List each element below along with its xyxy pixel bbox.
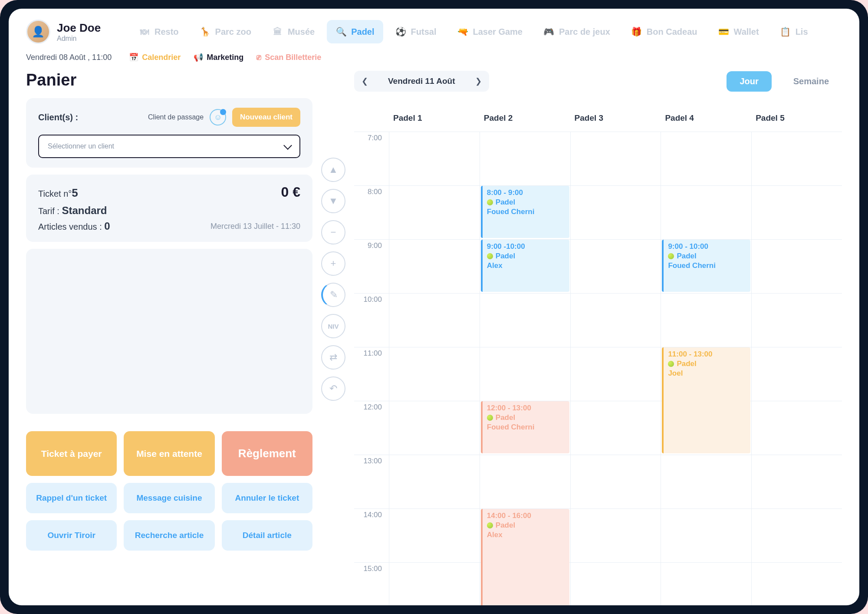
calendar-cell[interactable] — [661, 563, 751, 605]
calendar-event[interactable]: 9:00 - 10:00 Padel Foued Cherni — [662, 240, 750, 292]
nav-tab-gift[interactable]: 🎁Bon Cadeau — [622, 20, 706, 43]
nav-tab-laser[interactable]: 🔫Laser Game — [448, 20, 531, 43]
calendar-cell[interactable]: 14:00 - 16:00 Padel Alex — [480, 509, 570, 562]
calendar-cell[interactable] — [389, 347, 480, 401]
search-article-button[interactable]: Recherche article — [124, 520, 214, 551]
calendar-cell[interactable] — [570, 347, 661, 401]
calendar-cell[interactable]: 12:00 - 13:00 Padel Foued Cherni — [480, 401, 570, 455]
nav-tab-padel[interactable]: 🔍Padel — [327, 20, 383, 43]
week-view-button[interactable]: Semaine — [780, 71, 842, 92]
calendar-cell[interactable] — [570, 132, 661, 185]
calendar-cell[interactable] — [751, 347, 842, 401]
ball-icon — [487, 253, 493, 259]
calendar-cell[interactable] — [661, 509, 751, 562]
calendar-cell[interactable] — [389, 294, 480, 347]
calendar-cell[interactable] — [570, 455, 661, 508]
calendar-cell[interactable] — [480, 347, 570, 401]
payment-button[interactable]: Règlement — [222, 431, 312, 476]
nav-tabs: 🍽Resto🦒Parc zoo🏛Musée🔍Padel⚽Futsal🔫Laser… — [130, 20, 842, 43]
user-avatar[interactable]: 👤 — [26, 20, 50, 44]
calendar-event[interactable]: 14:00 - 16:00 Padel Alex — [481, 509, 569, 605]
plus-button[interactable]: + — [321, 251, 345, 276]
calendar-cell[interactable] — [751, 240, 842, 293]
swap-button[interactable]: ⇄ — [321, 345, 345, 370]
undo-button[interactable]: ↶ — [321, 376, 345, 401]
open-drawer-button[interactable]: Ouvrir Tiroir — [26, 520, 117, 551]
calendar-cell[interactable] — [661, 186, 751, 239]
calendar-cell[interactable]: 11:00 - 13:00 Padel Joel — [661, 347, 751, 401]
nav-tab-list[interactable]: 📋Lis — [771, 20, 817, 43]
nav-tab-wallet[interactable]: 💳Wallet — [710, 20, 768, 43]
calendar-cell[interactable] — [751, 509, 842, 562]
minus-button[interactable]: − — [321, 220, 345, 244]
down-button[interactable]: ▼ — [321, 189, 345, 213]
new-client-button[interactable]: Nouveau client — [232, 108, 300, 127]
subnav-marketing[interactable]: 📢 Marketing — [194, 53, 243, 62]
zoo-icon: 🦒 — [200, 26, 211, 37]
next-day-button[interactable]: ❯ — [468, 71, 489, 92]
current-datetime: Vendredi 08 Août , 11:00 — [26, 53, 112, 62]
calendar-cell[interactable] — [389, 240, 480, 293]
calendar-cell[interactable] — [751, 294, 842, 347]
calendar-cell[interactable]: 8:00 - 9:00 Padel Foued Cherni — [480, 186, 570, 239]
calendar-cell[interactable] — [480, 132, 570, 185]
calendar-cell[interactable] — [570, 240, 661, 293]
calendar-cell[interactable] — [570, 401, 661, 455]
passage-icon[interactable]: ☺ — [210, 109, 226, 125]
edit-button[interactable]: ✎ — [321, 283, 345, 307]
event-time: 9:00 - 10:00 — [668, 242, 746, 251]
calendar-cell[interactable] — [389, 132, 480, 185]
nav-tab-zoo[interactable]: 🦒Parc zoo — [191, 20, 260, 43]
up-button[interactable]: ▲ — [321, 158, 345, 182]
ticket-pay-button[interactable]: Ticket à payer — [26, 431, 117, 476]
detail-article-button[interactable]: Détail article — [222, 520, 312, 551]
prev-day-button[interactable]: ❮ — [354, 71, 375, 92]
calendar-cell[interactable] — [661, 294, 751, 347]
subnav-calendar[interactable]: 📅 Calendrier — [129, 53, 181, 62]
day-view-button[interactable]: Jour — [727, 71, 771, 92]
calendar-cell[interactable] — [751, 401, 842, 455]
calendar-cell[interactable] — [751, 186, 842, 239]
event-person: Foued Cherni — [487, 208, 565, 216]
calendar-cell[interactable] — [570, 186, 661, 239]
recall-ticket-button[interactable]: Rappel d'un ticket — [26, 483, 117, 513]
calendar-event[interactable]: 9:00 -10:00 Padel Alex — [481, 240, 569, 292]
niv-button[interactable]: NIV — [321, 314, 345, 338]
calendar-cell[interactable] — [389, 455, 480, 508]
nav-tab-games[interactable]: 🎮Parc de jeux — [535, 20, 619, 43]
calendar-cell[interactable] — [389, 401, 480, 455]
nav-tab-resto[interactable]: 🍽Resto — [130, 20, 187, 43]
calendar-cell[interactable] — [389, 186, 480, 239]
ball-icon — [487, 415, 493, 421]
calendar-cell[interactable] — [389, 563, 480, 605]
event-sport: Padel — [487, 252, 565, 261]
calendar-date: Vendredi 11 Août — [375, 76, 468, 86]
user-block: 👤 Joe Doe Admin — [26, 20, 122, 44]
calendar-cell[interactable]: 9:00 - 10:00 Padel Foued Cherni — [661, 240, 751, 293]
calendar-cell[interactable] — [570, 294, 661, 347]
calendar-cell[interactable] — [751, 132, 842, 185]
calendar-cell[interactable] — [480, 455, 570, 508]
calendar-event[interactable]: 8:00 - 9:00 Padel Foued Cherni — [481, 186, 569, 238]
nav-tab-futsal[interactable]: ⚽Futsal — [387, 20, 445, 43]
futsal-icon: ⚽ — [395, 26, 407, 37]
nav-tab-museum[interactable]: 🏛Musée — [263, 20, 323, 43]
wallet-icon: 💳 — [718, 26, 730, 37]
calendar-cell[interactable] — [570, 563, 661, 605]
calendar-cell[interactable] — [480, 294, 570, 347]
calendar-cell[interactable] — [661, 132, 751, 185]
calendar-cell[interactable] — [751, 455, 842, 508]
event-person: Foued Cherni — [668, 261, 746, 270]
cancel-ticket-button[interactable]: Annuler le ticket — [222, 483, 312, 513]
calendar-cell[interactable] — [570, 509, 661, 562]
calendar-cell[interactable] — [751, 563, 842, 605]
kitchen-message-button[interactable]: Message cuisine — [124, 483, 214, 513]
calendar-cell[interactable]: 9:00 -10:00 Padel Alex — [480, 240, 570, 293]
calendar-event[interactable]: 12:00 - 13:00 Padel Foued Cherni — [481, 401, 569, 453]
subnav-scan[interactable]: ⎚ Scan Billetterie — [256, 53, 321, 62]
client-select[interactable]: Sélectionner un client — [38, 135, 300, 158]
calendar-cell[interactable] — [389, 509, 480, 562]
hold-button[interactable]: Mise en attente — [124, 431, 214, 476]
calendar-event[interactable]: 11:00 - 13:00 Padel Joel — [662, 347, 750, 453]
calendar-cell[interactable] — [661, 455, 751, 508]
